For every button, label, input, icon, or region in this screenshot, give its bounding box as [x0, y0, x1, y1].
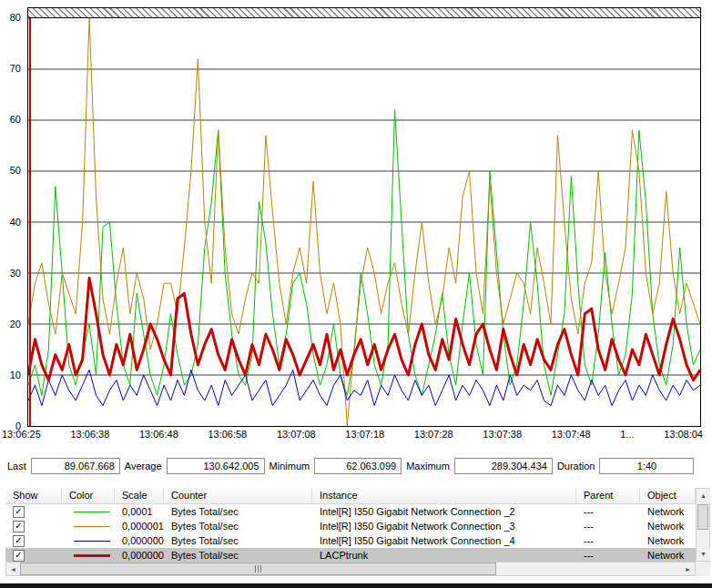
y-tick-label: 50: [10, 165, 21, 176]
y-tick-label: 60: [10, 114, 21, 125]
scale-value: 0,0000001: [115, 550, 164, 561]
legend-table: ShowColorScaleCounterInstanceParentObjec…: [5, 488, 696, 562]
perfmon-window: 80706050403020100 13:06:2513:06:3813:06:…: [0, 0, 712, 588]
x-tick-label: 13:07:48: [552, 429, 591, 440]
object-name: Network: [640, 506, 696, 517]
value-axis: 80706050403020100: [0, 17, 24, 426]
y-tick-label: 10: [10, 370, 21, 380]
right-arrow-icon: ►: [685, 566, 691, 573]
parent-value: ---: [576, 521, 640, 532]
time-marker-line: [29, 18, 31, 426]
legend-row[interactable]: ✓0,0001Bytes Total/secIntel[R] I350 Giga…: [5, 504, 696, 519]
minimum-value: 62.063.099: [314, 458, 402, 474]
plot-area: [27, 7, 701, 427]
series-color-sample: [74, 541, 110, 542]
legend-row[interactable]: ✓0,000001Bytes Total/secIntel[R] I350 Gi…: [5, 519, 696, 533]
parent-value: ---: [576, 535, 640, 546]
instance-name: Intel[R] I350 Gigabit Network Connection…: [312, 506, 576, 517]
counter-name: Bytes Total/sec: [164, 535, 312, 546]
instance-name: Intel[R] I350 Gigabit Network Connection…: [312, 535, 576, 546]
legend-row[interactable]: ✓0,0000001Bytes Total/secIntel[R] I350 G…: [5, 533, 696, 548]
duration-label: Duration: [557, 461, 595, 471]
parent-value: ---: [576, 506, 640, 517]
thumb-grip-icon: [258, 565, 259, 573]
show-checkbox[interactable]: ✓: [13, 535, 25, 547]
horizontal-scroll-thumb[interactable]: [20, 563, 496, 575]
color-cell: [62, 554, 115, 557]
x-tick-label: 13:06:48: [139, 429, 178, 440]
maximum-label: Maximum: [406, 461, 450, 471]
scale-value: 0,0001: [115, 506, 164, 517]
window-bottom-edge: [0, 583, 712, 588]
scroll-left-button[interactable]: ◄: [6, 563, 20, 575]
parent-value: ---: [576, 550, 640, 561]
scroll-right-button[interactable]: ►: [681, 563, 695, 575]
minimum-label: Minimum: [270, 461, 310, 471]
last-label: Last: [7, 461, 26, 471]
vertical-scroll-thumb[interactable]: [697, 504, 708, 530]
show-cell: ✓: [5, 550, 62, 562]
average-value: 130.642.005: [167, 458, 265, 474]
scale-value: 0,000001: [115, 521, 164, 532]
series-color-sample: [74, 526, 110, 527]
scroll-up-button[interactable]: ▲: [697, 489, 710, 502]
show-checkbox[interactable]: ✓: [13, 550, 25, 562]
legend-header: ShowColorScaleCounterInstanceParentObjec…: [5, 488, 696, 504]
column-header-color[interactable]: Color: [62, 488, 115, 503]
thumb-grip-icon: [255, 565, 256, 573]
column-header-parent[interactable]: Parent: [576, 488, 640, 503]
legend-vertical-scrollbar[interactable]: ▲ ▼: [696, 488, 710, 562]
x-tick-label: 13:06:38: [70, 429, 109, 440]
legend-horizontal-scrollbar[interactable]: ◄ ►: [5, 562, 696, 576]
horizontal-scroll-track[interactable]: [20, 563, 681, 575]
show-cell: ✓: [5, 535, 62, 547]
x-tick-label: 13:06:25: [2, 429, 41, 440]
color-cell: [62, 541, 115, 542]
show-checkbox[interactable]: ✓: [13, 521, 25, 532]
column-header-object[interactable]: Object: [640, 488, 696, 503]
y-tick-label: 30: [10, 268, 21, 279]
column-header-scale[interactable]: Scale: [115, 488, 164, 503]
x-tick-label: 1...: [620, 429, 634, 440]
show-checkbox[interactable]: ✓: [13, 506, 25, 518]
x-tick-label: 13:07:08: [277, 429, 316, 440]
column-header-counter[interactable]: Counter: [164, 488, 312, 503]
thumb-grip-icon: [260, 565, 261, 573]
legend-row[interactable]: ✓0,0000001Bytes Total/secLACPtrunk---Net…: [5, 548, 696, 562]
legend-body: ✓0,0001Bytes Total/secIntel[R] I350 Giga…: [5, 504, 696, 562]
scrollbar-corner: [696, 562, 710, 576]
y-tick-label: 40: [10, 217, 21, 228]
x-tick-label: 13:06:58: [208, 429, 247, 440]
scroll-down-button[interactable]: ▼: [697, 547, 710, 561]
color-cell: [62, 512, 115, 512]
column-header-show[interactable]: Show: [5, 488, 62, 503]
column-header-instance[interactable]: Instance: [312, 488, 576, 503]
instance-name: LACPtrunk: [312, 550, 576, 561]
object-name: Network: [640, 550, 696, 561]
show-cell: ✓: [5, 506, 62, 518]
y-tick-label: 20: [10, 319, 21, 329]
hatch-band: [28, 8, 700, 18]
vertical-scroll-track[interactable]: [697, 502, 709, 547]
counter-name: Bytes Total/sec: [164, 550, 312, 561]
last-value: 89.067.668: [31, 458, 120, 474]
object-name: Network: [640, 535, 696, 546]
show-cell: ✓: [5, 521, 62, 532]
average-label: Average: [125, 461, 162, 471]
counter-name: Bytes Total/sec: [164, 521, 312, 532]
scale-value: 0,0000001: [115, 535, 164, 546]
time-axis: 13:06:2513:06:3813:06:4813:06:5813:07:08…: [2, 429, 703, 440]
y-tick-label: 80: [10, 12, 21, 23]
plot-body: [28, 18, 700, 426]
series-color-sample: [74, 512, 110, 512]
down-arrow-icon: ▼: [700, 551, 707, 557]
left-arrow-icon: ◄: [10, 566, 16, 573]
counter-name: Bytes Total/sec: [164, 506, 312, 517]
x-tick-label: 13:07:28: [414, 429, 453, 440]
instance-name: Intel[R] I350 Gigabit Network Connection…: [312, 521, 576, 532]
duration-value: 1:40: [599, 458, 694, 474]
series-color-sample: [74, 554, 110, 557]
plot-svg: [28, 18, 700, 426]
stats-bar: Last 89.067.668 Average 130.642.005 Mini…: [7, 456, 707, 476]
object-name: Network: [640, 521, 696, 532]
